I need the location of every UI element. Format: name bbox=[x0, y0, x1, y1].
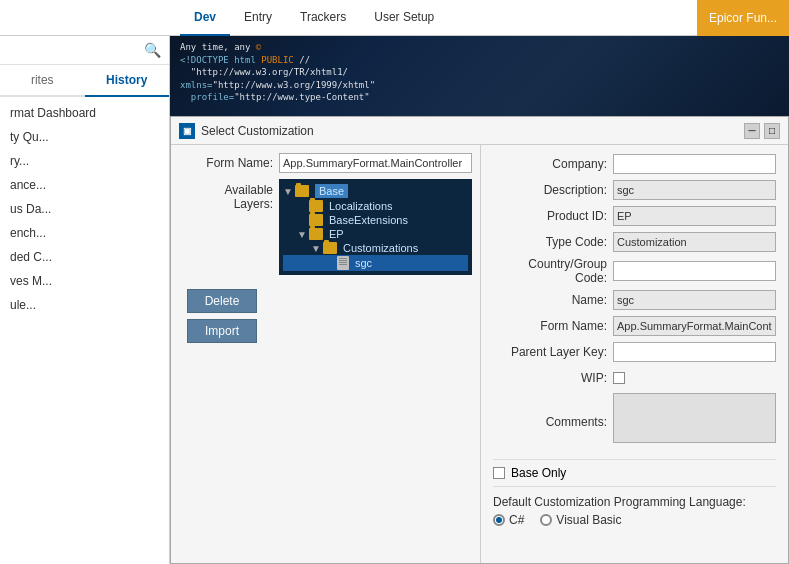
sidebar-item-2[interactable]: ry... bbox=[0, 149, 169, 173]
tree-toggle-customizations[interactable]: ▼ bbox=[311, 243, 321, 254]
dialog-buttons: Delete Import bbox=[179, 281, 472, 351]
sidebar-item-7[interactable]: ves M... bbox=[0, 269, 169, 293]
tree-node-ep[interactable]: ▼ EP bbox=[283, 227, 468, 241]
dialog-title-text: Select Customization bbox=[201, 124, 314, 138]
sidebar-item-3[interactable]: ance... bbox=[0, 173, 169, 197]
sidebar-item-8[interactable]: ule... bbox=[0, 293, 169, 317]
tree-label-baseextensions: BaseExtensions bbox=[329, 214, 408, 226]
company-row: Company: bbox=[493, 153, 776, 175]
header-code-text: Any time, any © <!DOCTYPE html PUBLIC //… bbox=[180, 41, 375, 104]
tab-dev[interactable]: Dev bbox=[180, 0, 230, 36]
product-id-row: Product ID: bbox=[493, 205, 776, 227]
comments-label: Comments: bbox=[493, 415, 613, 429]
available-layers-label: AvailableLayers: bbox=[179, 179, 279, 211]
tree-toggle-ep[interactable]: ▼ bbox=[297, 229, 307, 240]
tree-node-customizations[interactable]: ▼ Customizations bbox=[283, 241, 468, 255]
sidebar-tab-favorites[interactable]: rites bbox=[0, 65, 85, 95]
sidebar-item-0[interactable]: rmat Dashboard bbox=[0, 101, 169, 125]
form-name-label: Form Name: bbox=[179, 156, 279, 170]
company-label: Company: bbox=[493, 157, 613, 171]
form-name-input[interactable] bbox=[279, 153, 472, 173]
tab-trackers[interactable]: Trackers bbox=[286, 0, 360, 36]
tree-node-base[interactable]: ▼ Base bbox=[283, 183, 468, 199]
folder-icon-baseextensions bbox=[309, 214, 323, 226]
sidebar-tabs: rites History bbox=[0, 65, 169, 97]
sidebar-tab-history[interactable]: History bbox=[85, 65, 170, 97]
comments-row: Comments: bbox=[493, 393, 776, 451]
dialog-controls: ─ □ bbox=[744, 123, 780, 139]
tree-node-baseextensions[interactable]: BaseExtensions bbox=[283, 213, 468, 227]
file-icon-sgc bbox=[337, 256, 349, 270]
comments-area[interactable] bbox=[613, 393, 776, 443]
right-form-name-row: Form Name: bbox=[493, 315, 776, 337]
tab-entry[interactable]: Entry bbox=[230, 0, 286, 36]
sidebar-item-6[interactable]: ded C... bbox=[0, 245, 169, 269]
dialog-body: Form Name: AvailableLayers: ▼ Base bbox=[171, 145, 788, 563]
wip-label: WIP: bbox=[493, 371, 613, 385]
parent-layer-label: Parent Layer Key: bbox=[493, 345, 613, 359]
tree-label-customizations: Customizations bbox=[343, 242, 418, 254]
country-row: Country/Group Code: bbox=[493, 257, 776, 285]
folder-icon-localizations bbox=[309, 200, 323, 212]
name-input[interactable] bbox=[613, 290, 776, 310]
tree-label-base: Base bbox=[315, 184, 348, 198]
country-label: Country/Group Code: bbox=[493, 257, 613, 285]
base-only-checkbox[interactable] bbox=[493, 467, 505, 479]
tree-container[interactable]: ▼ Base Localizations bbox=[279, 179, 472, 275]
tree-label-localizations: Localizations bbox=[329, 200, 393, 212]
base-only-row: Base Only bbox=[493, 459, 776, 486]
sidebar: 🔍 rites History rmat Dashboard ty Qu... … bbox=[0, 36, 170, 564]
base-only-label: Base Only bbox=[511, 466, 566, 480]
dialog-title-icon: ▣ bbox=[179, 123, 195, 139]
right-form-name-input[interactable] bbox=[613, 316, 776, 336]
description-label: Description: bbox=[493, 183, 613, 197]
product-id-label: Product ID: bbox=[493, 209, 613, 223]
type-code-row: Type Code: bbox=[493, 231, 776, 253]
dialog-right-panel: Company: Description: Product ID: bbox=[481, 145, 788, 563]
right-form-name-label: Form Name: bbox=[493, 319, 613, 333]
tree-label-ep: EP bbox=[329, 228, 344, 240]
tree-toggle-base[interactable]: ▼ bbox=[283, 186, 293, 197]
header-image: Any time, any © <!DOCTYPE html PUBLIC //… bbox=[170, 36, 789, 116]
delete-button[interactable]: Delete bbox=[187, 289, 257, 313]
product-id-input[interactable] bbox=[613, 206, 776, 226]
radio-circle-csharp bbox=[493, 514, 505, 526]
sidebar-item-1[interactable]: ty Qu... bbox=[0, 125, 169, 149]
language-section: Default Customization Programming Langua… bbox=[493, 486, 776, 527]
import-button[interactable]: Import bbox=[187, 319, 257, 343]
content-area: Any time, any © <!DOCTYPE html PUBLIC //… bbox=[170, 36, 789, 564]
tree-node-sgc[interactable]: sgc bbox=[283, 255, 468, 271]
radio-label-csharp: C# bbox=[509, 513, 524, 527]
main-layout: 🔍 rites History rmat Dashboard ty Qu... … bbox=[0, 36, 789, 564]
description-row: Description: bbox=[493, 179, 776, 201]
dialog-title: ▣ Select Customization bbox=[179, 123, 314, 139]
search-icon[interactable]: 🔍 bbox=[144, 42, 161, 58]
sidebar-item-5[interactable]: ench... bbox=[0, 221, 169, 245]
name-label: Name: bbox=[493, 293, 613, 307]
parent-layer-input[interactable] bbox=[613, 342, 776, 362]
available-layers-row: AvailableLayers: ▼ Base bbox=[179, 179, 472, 275]
maximize-button[interactable]: □ bbox=[764, 123, 780, 139]
radio-vb[interactable]: Visual Basic bbox=[540, 513, 621, 527]
folder-icon-ep bbox=[309, 228, 323, 240]
company-input[interactable] bbox=[613, 154, 776, 174]
tab-user-setup[interactable]: User Setup bbox=[360, 0, 448, 36]
radio-circle-vb bbox=[540, 514, 552, 526]
sidebar-item-4[interactable]: us Da... bbox=[0, 197, 169, 221]
wip-checkbox[interactable] bbox=[613, 372, 625, 384]
type-code-input[interactable] bbox=[613, 232, 776, 252]
radio-row: C# Visual Basic bbox=[493, 509, 776, 527]
folder-icon-customizations bbox=[323, 242, 337, 254]
dialog-titlebar: ▣ Select Customization ─ □ bbox=[171, 117, 788, 145]
minimize-button[interactable]: ─ bbox=[744, 123, 760, 139]
country-input[interactable] bbox=[613, 261, 776, 281]
radio-csharp[interactable]: C# bbox=[493, 513, 524, 527]
tree-node-localizations[interactable]: Localizations bbox=[283, 199, 468, 213]
epicor-button[interactable]: Epicor Fun... bbox=[697, 0, 789, 36]
language-label: Default Customization Programming Langua… bbox=[493, 495, 746, 509]
description-input[interactable] bbox=[613, 180, 776, 200]
top-nav: Dev Entry Trackers User Setup Epicor Fun… bbox=[0, 0, 789, 36]
wip-row: WIP: bbox=[493, 367, 776, 389]
folder-icon-base bbox=[295, 185, 309, 197]
dialog: ▣ Select Customization ─ □ Form Name: Av bbox=[170, 116, 789, 564]
